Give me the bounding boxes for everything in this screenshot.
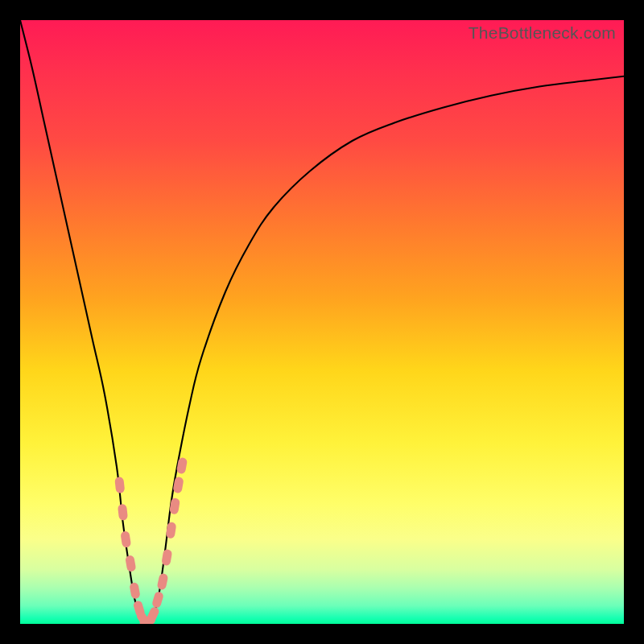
plot-area: TheBottleneck.com: [20, 20, 624, 624]
curve-marker: [151, 591, 164, 609]
bottleneck-curve: [20, 20, 624, 624]
curve-marker: [166, 522, 177, 539]
chart-svg: [20, 20, 624, 624]
curve-marker: [129, 582, 140, 600]
curve-marker: [114, 477, 125, 493]
curve-marker: [118, 504, 128, 521]
watermark-text: TheBottleneck.com: [469, 23, 616, 43]
chart-frame: TheBottleneck.com: [0, 0, 644, 644]
marker-group: [114, 457, 188, 624]
curve-marker: [120, 530, 131, 547]
curve-marker: [161, 549, 172, 567]
curve-marker: [157, 573, 169, 591]
curve-marker: [125, 555, 136, 572]
